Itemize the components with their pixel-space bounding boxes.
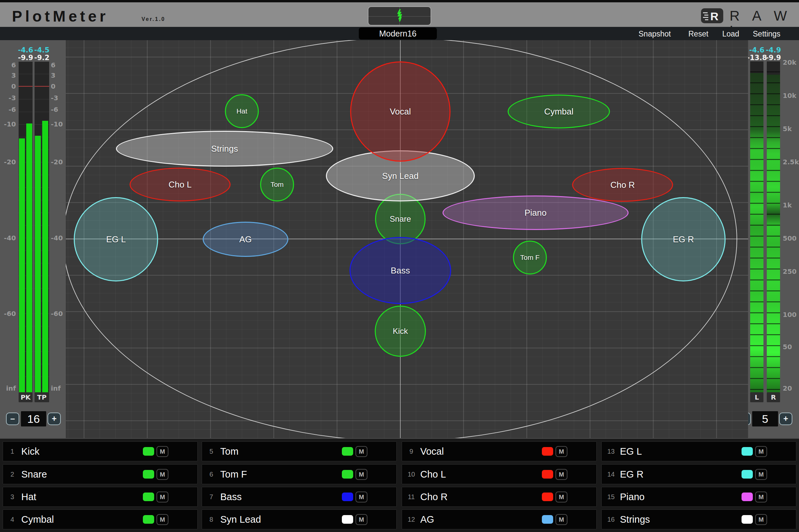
channel-row-eg-r[interactable]: 14EG RM: [601, 464, 796, 484]
channel-row-tom[interactable]: 5TomM: [202, 441, 397, 461]
plot-bubble-strings[interactable]: Strings: [116, 131, 333, 167]
mute-button[interactable]: M: [755, 492, 767, 502]
channel-row-eg-l[interactable]: 13EG LM: [601, 441, 796, 461]
plot-bubble-cho-l[interactable]: Cho L: [130, 168, 231, 202]
channel-row-cho-l[interactable]: 10Cho LM: [402, 464, 597, 484]
tp-label: TP: [35, 392, 49, 402]
bubble-label: AG: [239, 234, 252, 245]
channel-color-swatch[interactable]: [542, 515, 553, 524]
channel-color-swatch[interactable]: [342, 493, 353, 501]
plot-bubble-eg-r[interactable]: EG R: [641, 197, 726, 281]
channel-number: 7: [205, 487, 217, 507]
bubble-label: Strings: [211, 144, 238, 154]
plot-bubble-vocal[interactable]: Vocal: [350, 61, 451, 162]
channel-row-bass[interactable]: 7BassM: [202, 487, 397, 507]
mute-button[interactable]: M: [157, 492, 168, 502]
plot-bubble-cho-r[interactable]: Cho R: [572, 168, 673, 202]
plot-bubble-cymbal[interactable]: Cymbal: [508, 95, 610, 129]
goniometer-display: [368, 6, 431, 25]
right-stepper-value[interactable]: 5: [752, 411, 778, 426]
channel-number: 13: [605, 442, 617, 461]
level-bar: [19, 138, 25, 392]
mute-button[interactable]: M: [755, 469, 767, 480]
channel-color-swatch[interactable]: [342, 470, 353, 479]
plot-bubble-tom[interactable]: Tom: [260, 168, 294, 202]
mute-button[interactable]: M: [556, 492, 567, 502]
reset-button[interactable]: Reset: [688, 29, 708, 38]
channel-name: Syn Lead: [220, 510, 261, 529]
right-meter-peak-value-r: -4.9: [763, 46, 783, 54]
channel-color-swatch[interactable]: [342, 447, 353, 456]
db-scale-label: -60: [51, 309, 66, 318]
channel-name: Kick: [21, 442, 39, 461]
freq-scale-label: 20k: [783, 58, 799, 67]
mute-button[interactable]: M: [356, 469, 367, 480]
channel-row-ag[interactable]: 12AGM: [402, 509, 597, 529]
channel-color-swatch[interactable]: [542, 470, 553, 479]
channel-row-tom-f[interactable]: 6Tom FM: [202, 464, 397, 484]
channel-color-swatch[interactable]: [742, 493, 753, 501]
right-stepper-plus-button[interactable]: +: [779, 413, 792, 425]
mute-button[interactable]: M: [356, 446, 367, 457]
brand-name: R A W L: [730, 8, 799, 23]
channel-row-vocal[interactable]: 9VocalM: [402, 441, 597, 461]
mute-button[interactable]: M: [157, 446, 168, 457]
channel-color-swatch[interactable]: [143, 515, 154, 524]
left-meter-value-tp: -9.2: [32, 54, 52, 62]
preset-selector[interactable]: Modern16: [359, 27, 437, 39]
channel-row-snare[interactable]: 2SnareM: [3, 464, 198, 484]
mute-button[interactable]: M: [755, 446, 767, 457]
channel-color-swatch[interactable]: [742, 470, 753, 479]
db-scale-label: 0: [1, 82, 16, 91]
app-version: Ver.1.0: [142, 16, 165, 22]
channel-color-swatch[interactable]: [143, 493, 154, 501]
mute-button[interactable]: M: [556, 446, 567, 457]
left-stepper-minus-button[interactable]: –: [6, 413, 19, 425]
channel-color-swatch[interactable]: [742, 515, 753, 524]
plot-bubble-eg-l[interactable]: EG L: [74, 197, 158, 281]
channel-color-swatch[interactable]: [742, 447, 753, 456]
zero-db-line-pk: [19, 86, 33, 87]
channel-color-swatch[interactable]: [542, 447, 553, 456]
channel-row-hat[interactable]: 3HatM: [3, 487, 198, 507]
snapshot-button[interactable]: Snapshot: [638, 29, 671, 38]
channel-row-syn-lead[interactable]: 8Syn LeadM: [202, 509, 397, 529]
channel-number: 9: [405, 442, 417, 461]
channel-row-kick[interactable]: 1KickM: [3, 441, 198, 461]
db-scale-label: 0: [51, 82, 66, 91]
db-scale-label: -20: [51, 158, 66, 166]
db-scale-label: -20: [1, 158, 16, 166]
db-scale-label: 3: [51, 71, 66, 80]
plot-bubble-kick[interactable]: Kick: [375, 306, 426, 357]
plot-bubble-bass[interactable]: Bass: [349, 237, 451, 304]
channel-row-strings[interactable]: 16StringsM: [601, 509, 796, 529]
channel-row-piano[interactable]: 15PianoM: [601, 487, 796, 507]
left-stepper-value[interactable]: 16: [21, 411, 46, 426]
channel-color-swatch[interactable]: [143, 447, 154, 456]
mute-button[interactable]: M: [356, 492, 367, 502]
plotmeter-app: PlotMeter Ver.1.0 R R A W L Modern16 Sna…: [0, 0, 799, 532]
plot-bubble-ag[interactable]: AG: [203, 222, 288, 257]
channel-row-cymbal[interactable]: 4CymbalM: [3, 509, 198, 529]
channel-l-label: L: [750, 392, 763, 402]
freq-scale-label: 500: [783, 234, 799, 243]
channel-color-swatch[interactable]: [342, 515, 353, 524]
channel-row-cho-r[interactable]: 11Cho RM: [402, 487, 597, 507]
left-stepper-plus-button[interactable]: +: [48, 413, 61, 425]
mute-button[interactable]: M: [556, 469, 567, 480]
channel-color-swatch[interactable]: [542, 493, 553, 501]
mute-button[interactable]: M: [157, 514, 168, 525]
mute-button[interactable]: M: [356, 514, 367, 525]
pk-label: PK: [19, 392, 33, 402]
plot-bubble-piano[interactable]: Piano: [442, 195, 629, 230]
mute-button[interactable]: M: [755, 514, 767, 525]
load-button[interactable]: Load: [722, 29, 739, 38]
mute-button[interactable]: M: [556, 514, 567, 525]
plot-bubble-tom-f[interactable]: Tom F: [513, 241, 547, 274]
plot-bubble-hat[interactable]: Hat: [225, 94, 259, 128]
freq-scale-label: 5k: [783, 125, 799, 133]
mute-button[interactable]: M: [157, 469, 168, 480]
channel-color-swatch[interactable]: [143, 470, 154, 479]
settings-button[interactable]: Settings: [753, 29, 780, 38]
bubble-label: Cho L: [168, 179, 192, 190]
